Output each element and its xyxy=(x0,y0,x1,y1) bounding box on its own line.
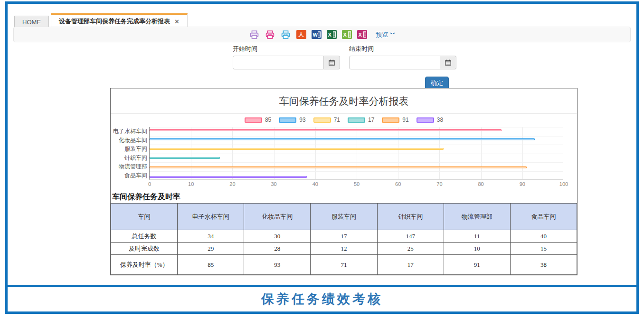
table-row: 及时完成数292812251015 xyxy=(111,243,577,255)
x-gridline xyxy=(564,127,564,179)
tab-report-label: 设备管理部车间保养任务完成率分析报表 xyxy=(59,17,170,26)
report-footer: 保养任务绩效考核 xyxy=(8,285,636,311)
row-label-cell: 及时完成数 xyxy=(111,243,178,255)
preview-dropdown[interactable]: 预览 xyxy=(376,30,395,39)
legend-item[interactable]: 91 xyxy=(382,117,408,123)
printer-icon[interactable] xyxy=(249,30,260,39)
legend-swatch xyxy=(417,117,434,123)
legend-item[interactable]: 71 xyxy=(313,117,340,123)
svg-text:PDF: PDF xyxy=(268,33,272,36)
footer-title: 保养任务绩效考核 xyxy=(261,291,383,308)
legend-swatch xyxy=(245,117,262,123)
value-cell: 30 xyxy=(244,230,311,243)
report-toolbar: PDF PDF 人 W X X X 预览 xyxy=(13,27,631,42)
legend-label: 71 xyxy=(334,117,340,123)
legend-swatch xyxy=(348,117,365,123)
table-header-cell: 针织车间 xyxy=(377,204,444,230)
excel-green-icon[interactable]: X xyxy=(327,30,337,39)
table-header-cell: 电子水杯车间 xyxy=(178,204,244,230)
legend-item[interactable]: 38 xyxy=(417,117,443,123)
x-tick-label: 80 xyxy=(473,181,489,187)
printer-pdf-blue-icon[interactable]: PDF xyxy=(281,30,291,39)
value-cell: 40 xyxy=(510,230,577,243)
table-header-cell: 物流管理部 xyxy=(444,204,510,230)
legend-label: 85 xyxy=(265,117,271,123)
x-tick-label: 10 xyxy=(183,181,199,187)
x-tick-label: 0 xyxy=(142,181,158,187)
table-body: 总任务数3430171471140及时完成数292812251015保养及时率（… xyxy=(111,230,577,275)
value-cell: 15 xyxy=(510,243,577,255)
calendar-icon xyxy=(328,59,335,66)
row-label-cell: 保养及时率（%） xyxy=(111,255,178,275)
x-tick-label: 70 xyxy=(431,181,447,187)
legend-label: 38 xyxy=(437,117,443,123)
printer-pdf-pink-icon[interactable]: PDF xyxy=(265,30,275,39)
word-icon[interactable]: W xyxy=(312,30,322,39)
start-time-input[interactable] xyxy=(233,56,324,69)
y-gridline xyxy=(150,171,563,172)
legend-swatch xyxy=(382,117,399,123)
excel-pink-icon[interactable]: X xyxy=(357,30,367,39)
category-label: 化妆品车间 xyxy=(112,136,147,144)
value-cell: 38 xyxy=(510,255,577,275)
legend-item[interactable]: 85 xyxy=(245,117,271,123)
y-gridline xyxy=(150,127,563,127)
bar-电子水杯车间[interactable] xyxy=(150,129,502,131)
legend-swatch xyxy=(313,117,331,123)
bar-物流管理部[interactable] xyxy=(150,166,527,168)
table-row: 总任务数3430171471140 xyxy=(111,230,577,243)
category-label: 服装车间 xyxy=(112,145,147,153)
start-time-calendar-button[interactable] xyxy=(324,56,340,69)
legend-label: 91 xyxy=(402,117,408,123)
table-section-title: 车间保养任务及时率 xyxy=(111,190,577,203)
y-gridline xyxy=(150,136,563,136)
x-tick-label: 30 xyxy=(266,181,282,187)
end-time-input[interactable] xyxy=(349,56,440,69)
x-tick-label: 100 xyxy=(556,181,572,187)
value-cell: 147 xyxy=(377,230,444,243)
value-cell: 17 xyxy=(377,255,444,275)
bar-chart: 859371179138 0102030405060708090100电子水杯车… xyxy=(111,114,577,190)
report-panel: 车间保养任务及时率分析报表 859371179138 0102030405060… xyxy=(110,88,578,275)
legend-item[interactable]: 93 xyxy=(279,117,305,123)
bar-服装车间[interactable] xyxy=(150,148,444,150)
chart-plot-area: 0102030405060708090100电子水杯车间化妆品车间服装车间针织车… xyxy=(149,127,563,180)
x-tick-label: 40 xyxy=(307,181,323,187)
category-label: 物流管理部 xyxy=(112,163,147,170)
chart-legend: 859371179138 xyxy=(111,117,577,123)
category-label: 电子水杯车间 xyxy=(112,127,147,135)
report-title: 车间保养任务及时率分析报表 xyxy=(111,88,577,114)
adobe-pdf-icon[interactable]: 人 xyxy=(296,30,306,39)
excel-lightgreen-icon[interactable]: X xyxy=(342,30,352,39)
table-row: 保养及时率（%）859371179138 xyxy=(111,255,577,275)
end-time-calendar-button[interactable] xyxy=(440,56,456,69)
value-cell: 11 xyxy=(444,230,510,243)
bar-食品车间[interactable] xyxy=(150,176,307,178)
table-header-cell: 化妆品车间 xyxy=(244,204,311,230)
x-tick-label: 20 xyxy=(224,181,240,187)
legend-label: 93 xyxy=(299,117,305,123)
end-time-label: 结束时间 xyxy=(349,45,456,53)
value-cell: 29 xyxy=(178,243,244,255)
start-time-label: 开始时间 xyxy=(233,45,340,53)
table-header-cell: 服装车间 xyxy=(311,204,377,230)
value-cell: 12 xyxy=(311,243,377,255)
bar-化妆品车间[interactable] xyxy=(150,138,535,140)
value-cell: 34 xyxy=(178,230,244,243)
report-table: 车间电子水杯车间化妆品车间服装车间针织车间物流管理部食品车间 总任务数34301… xyxy=(111,203,577,275)
legend-item[interactable]: 17 xyxy=(348,117,374,123)
category-label: 食品车间 xyxy=(112,172,147,179)
legend-label: 17 xyxy=(368,117,374,123)
svg-text:PDF: PDF xyxy=(284,33,288,36)
bar-针织车间[interactable] xyxy=(150,157,220,159)
table-header-row: 车间电子水杯车间化妆品车间服装车间针织车间物流管理部食品车间 xyxy=(111,204,577,230)
value-cell: 25 xyxy=(377,243,444,255)
table-header-cell: 车间 xyxy=(111,204,178,230)
y-gridline xyxy=(150,154,563,154)
legend-swatch xyxy=(279,117,296,123)
category-label: 针织车间 xyxy=(112,154,147,162)
calendar-icon xyxy=(445,59,452,66)
y-gridline xyxy=(150,162,563,163)
tab-close-icon[interactable]: ✕ xyxy=(174,19,180,25)
preview-label: 预览 xyxy=(376,30,388,39)
